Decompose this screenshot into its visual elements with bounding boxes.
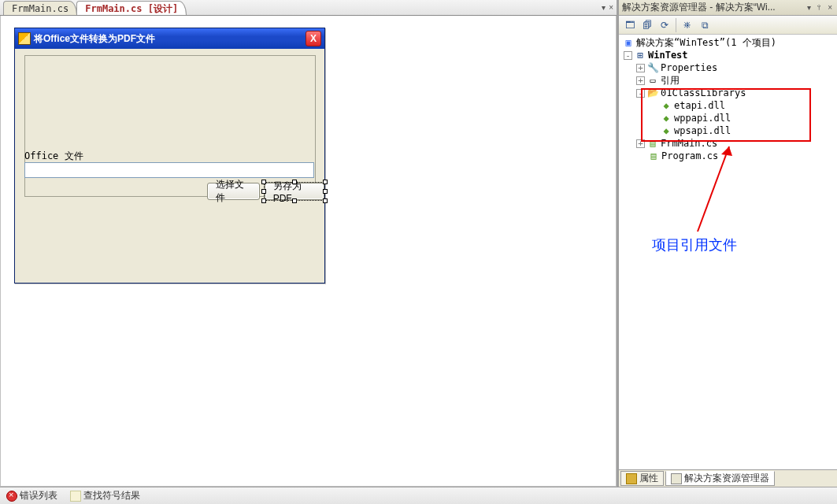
expand-icon[interactable]: - (636, 89, 645, 98)
bottom-tab-label: 错误列表 (20, 489, 57, 502)
side-tab-label: 解决方案资源管理器 (684, 472, 769, 485)
tab-dropdown-icon[interactable]: ▾ (602, 3, 606, 12)
toolbar-viewcode-icon[interactable]: ⛯ (680, 17, 695, 33)
doc-tab-frmmain-design[interactable]: FrmMain.cs [设计] (76, 1, 187, 15)
annotation-text: 项目引用文件 (652, 235, 737, 254)
expand-icon[interactable]: + (636, 64, 645, 72)
panel-close-icon[interactable]: × (826, 3, 834, 12)
error-list-icon (6, 491, 17, 502)
tree-file-label: FrmMain.cs (661, 138, 717, 149)
tree-file-wpsapi[interactable]: ◆ wpsapi.dll (620, 124, 835, 137)
toolbar-showall-icon[interactable]: 🗐 (639, 17, 655, 33)
side-panel-tabs: 属性 解决方案资源管理器 (619, 469, 837, 487)
bottom-tab-find-symbol-results[interactable]: 查找符号结果 (67, 488, 143, 503)
cs-file-icon: ▤ (647, 150, 660, 161)
select-file-button[interactable]: 选择文件 (207, 183, 260, 200)
editor-pane: FrmMain.cs FrmMain.cs [设计] ▾ × 将Office文件… (0, 0, 619, 487)
office-file-textbox[interactable] (24, 162, 314, 178)
toolbar-refresh-icon[interactable]: ⟳ (657, 17, 672, 33)
solution-explorer-toolbar: 🗔 🗐 ⟳ ⛯ ⧉ (619, 16, 837, 35)
side-tab-label: 属性 (639, 472, 658, 485)
solution-explorer-title[interactable]: 解决方案资源管理器 - 解决方案“Wi... ▾ ⫯ × (619, 0, 837, 16)
find-results-icon (70, 491, 81, 502)
references-icon: ▭ (646, 75, 659, 86)
doc-tab-frmmain-cs[interactable]: FrmMain.cs (3, 1, 77, 15)
solution-explorer-tab-icon (671, 473, 682, 484)
dll-file-icon: ◆ (660, 125, 672, 136)
tab-close-icon[interactable]: × (609, 3, 613, 12)
expand-icon[interactable]: - (624, 51, 632, 60)
tree-file-etapi[interactable]: ◆ etapi.dll (620, 99, 835, 112)
tree-file-label: etapi.dll (674, 100, 725, 111)
tree-file-label: wppapi.dll (674, 113, 731, 124)
toolbar-viewdesigner-icon[interactable]: ⧉ (697, 17, 713, 33)
cs-file-icon: ▤ (646, 138, 659, 149)
tree-references-label: 引用 (661, 74, 680, 87)
form-title: 将Office文件转换为PDF文件 (34, 32, 306, 46)
tree-project-node[interactable]: - ⊞ WinTest (620, 49, 835, 61)
properties-tab-icon (626, 473, 637, 484)
label-office-file: Office 文件 (24, 150, 83, 163)
panel-pin-icon[interactable]: ⫯ (816, 3, 823, 12)
tree-folder-label: 01ClassLibrarys (661, 87, 746, 98)
tree-file-program[interactable]: ▤ Program.cs (620, 150, 835, 162)
expand-icon[interactable]: + (636, 139, 645, 148)
tree-file-frmmain[interactable]: + ▤ FrmMain.cs (620, 137, 835, 150)
tree-project-label: WinTest (648, 50, 688, 61)
tree-references-node[interactable]: + ▭ 引用 (620, 74, 835, 87)
form-close-button[interactable]: X (306, 31, 321, 46)
form-titlebar[interactable]: 将Office文件转换为PDF文件 X (15, 28, 324, 49)
form-icon (18, 32, 31, 45)
project-icon: ⊞ (634, 50, 646, 61)
properties-icon: 🔧 (646, 62, 659, 73)
tree-properties-node[interactable]: + 🔧 Properties (620, 61, 835, 74)
expand-icon[interactable]: + (636, 76, 645, 85)
tree-solution-label: 解决方案“WinTest”(1 个项目) (636, 36, 776, 50)
side-tab-properties[interactable]: 属性 (620, 471, 664, 486)
folder-icon: 📂 (646, 87, 659, 98)
bottom-toolbar: 错误列表 查找符号结果 (0, 487, 837, 504)
toolbar-properties-icon[interactable]: 🗔 (622, 17, 638, 33)
side-tab-solution-explorer[interactable]: 解决方案资源管理器 (665, 471, 775, 486)
solution-explorer-pane: 解决方案资源管理器 - 解决方案“Wi... ▾ ⫯ × 🗔 🗐 ⟳ ⛯ ⧉ ▣… (619, 0, 837, 487)
form-client-area[interactable]: Office 文件 选择文件 另存为PDF (15, 49, 324, 283)
winform-preview[interactable]: 将Office文件转换为PDF文件 X Office 文件 选择文件 另存为PD… (14, 28, 325, 284)
solution-icon: ▣ (622, 37, 635, 48)
bottom-tab-label: 查找符号结果 (83, 489, 140, 502)
designer-surface[interactable]: 将Office文件转换为PDF文件 X Office 文件 选择文件 另存为PD… (0, 16, 617, 487)
dll-file-icon: ◆ (660, 113, 672, 124)
document-tabbar: FrmMain.cs FrmMain.cs [设计] ▾ × (0, 0, 617, 16)
tree-file-wppapi[interactable]: ◆ wppapi.dll (620, 112, 835, 124)
tree-file-label: Program.cs (661, 150, 718, 161)
solution-explorer-title-text: 解决方案资源管理器 - 解决方案“Wi... (622, 1, 802, 14)
designer-selection-handles[interactable] (264, 182, 325, 201)
panel-dropdown-icon[interactable]: ▾ (806, 3, 813, 12)
solution-tree[interactable]: ▣ 解决方案“WinTest”(1 个项目) - ⊞ WinTest + 🔧 P… (619, 35, 837, 469)
dll-file-icon: ◆ (660, 100, 672, 111)
tree-solution-node[interactable]: ▣ 解决方案“WinTest”(1 个项目) (620, 36, 835, 49)
tree-file-label: wpsapi.dll (674, 125, 731, 136)
tree-folder-classlibrarys[interactable]: - 📂 01ClassLibrarys (620, 87, 835, 99)
tree-properties-label: Properties (661, 62, 717, 73)
bottom-tab-error-list[interactable]: 错误列表 (3, 488, 61, 503)
